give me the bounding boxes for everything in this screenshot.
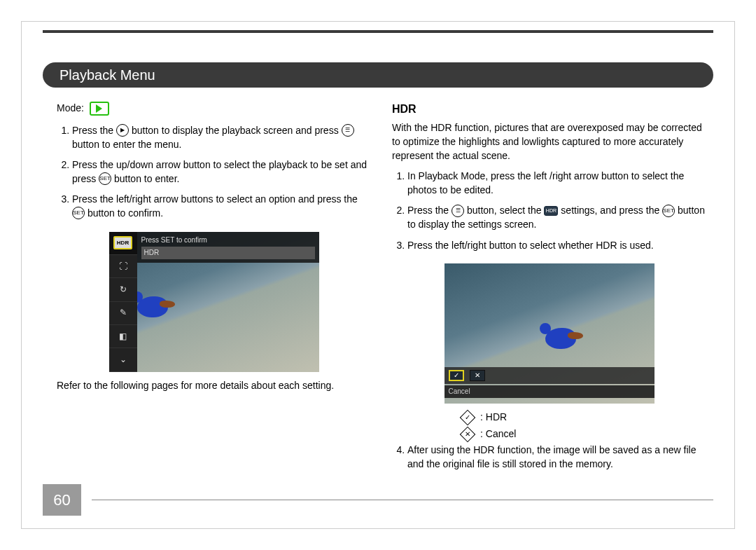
set-button-icon: SET: [72, 207, 85, 219]
legend-hdr-label: : HDR: [480, 411, 507, 425]
option-cancel-x-icon: ✕: [470, 370, 485, 381]
mode-label: Mode:: [57, 102, 84, 116]
hdr-select-screenshot: ✓ ✕ Cancel: [444, 263, 654, 404]
mode-row: Mode:: [57, 102, 371, 116]
hdr-row: HDR: [141, 247, 315, 259]
footer-rule: [92, 500, 713, 500]
right-steps: In Playback Mode, press the left /right …: [392, 170, 706, 252]
set-button-icon: SET: [99, 172, 111, 185]
manual-page: Playback Menu Mode: Press the ▶ button t…: [21, 21, 735, 529]
left-step-1: Press the ▶ button to display the playba…: [72, 124, 371, 151]
hdr-setting-icon: HDR: [544, 206, 558, 216]
sidebar-item-down: ⌄: [109, 348, 137, 371]
left-step-3: Press the left/right arrow buttons to se…: [72, 193, 371, 220]
right-column: HDR With the HDR function, pictures that…: [392, 102, 706, 479]
confirm-strip: Press SET to confirm HDR: [137, 232, 319, 263]
left-step-2: Press the up/down arrow button to select…: [72, 158, 371, 186]
x-diamond-icon: ✕: [460, 426, 476, 442]
play-mode-icon: [90, 102, 109, 116]
text: Press the: [72, 125, 116, 136]
right-step-1: In Playback Mode, press the left /right …: [407, 170, 706, 197]
right-step-3: Press the left/right button to select wh…: [407, 239, 706, 253]
text: button to confirm.: [88, 207, 163, 219]
legend-hdr: ✓ : HDR: [462, 411, 706, 425]
bird-illustration: [545, 328, 576, 349]
right-steps-cont: After using the HDR function, the image …: [392, 444, 706, 471]
left-steps: Press the ▶ button to display the playba…: [57, 124, 371, 221]
text: Press the: [407, 205, 451, 216]
legend-cancel-label: : Cancel: [480, 427, 516, 441]
right-step-2: Press the ☰ button, select the HDR setti…: [407, 204, 706, 231]
text: settings, and press the: [561, 205, 662, 216]
content-columns: Mode: Press the ▶ button to display the …: [57, 102, 706, 479]
text: button, select the: [467, 205, 545, 216]
sidebar-item-resize: ⛶: [109, 255, 137, 278]
text: button to enter.: [114, 173, 179, 184]
playback-menu-screenshot: HDR ⛶ ↻ ✎ ◧ ⌄ Press SET to confirm HDR: [109, 232, 319, 372]
text: button to enter the menu.: [72, 139, 181, 150]
hdr-heading: HDR: [392, 102, 706, 117]
check-diamond-icon: ✓: [460, 410, 476, 426]
legend-cancel: ✕ : Cancel: [462, 427, 706, 441]
hdr-intro: With the HDR function, pictures that are…: [392, 121, 706, 163]
confirm-text: Press SET to confirm: [141, 235, 315, 245]
text: Press the left/right arrow buttons to se…: [72, 193, 358, 205]
set-button-icon: SET: [662, 205, 675, 217]
right-step-4: After using the HDR function, the image …: [407, 444, 706, 471]
option-hdr-check-icon: ✓: [449, 370, 464, 381]
page-number: 60: [43, 484, 81, 516]
cancel-label: Cancel: [444, 385, 654, 398]
playback-button-icon: ▶: [116, 124, 129, 137]
left-column: Mode: Press the ▶ button to display the …: [57, 102, 371, 479]
menu-button-icon: ☰: [451, 205, 464, 217]
sidebar-item-rotate: ↻: [109, 278, 137, 301]
sidebar-item-adjust: ◧: [109, 325, 137, 348]
hdr-badge: HDR: [113, 236, 132, 249]
sidebar-item-hdr: HDR: [109, 232, 137, 255]
text: button to display the playback screen an…: [132, 125, 342, 136]
option-bar: ✓ ✕: [444, 367, 654, 384]
section-header: Playback Menu: [43, 62, 713, 88]
menu-sidebar: HDR ⛶ ↻ ✎ ◧ ⌄: [109, 232, 137, 372]
refer-text: Refer to the following pages for more de…: [57, 379, 371, 393]
menu-button-icon: ☰: [342, 124, 354, 137]
sidebar-item-edit: ✎: [109, 302, 137, 325]
bird-illustration: [137, 296, 168, 317]
top-rule: [43, 30, 713, 33]
